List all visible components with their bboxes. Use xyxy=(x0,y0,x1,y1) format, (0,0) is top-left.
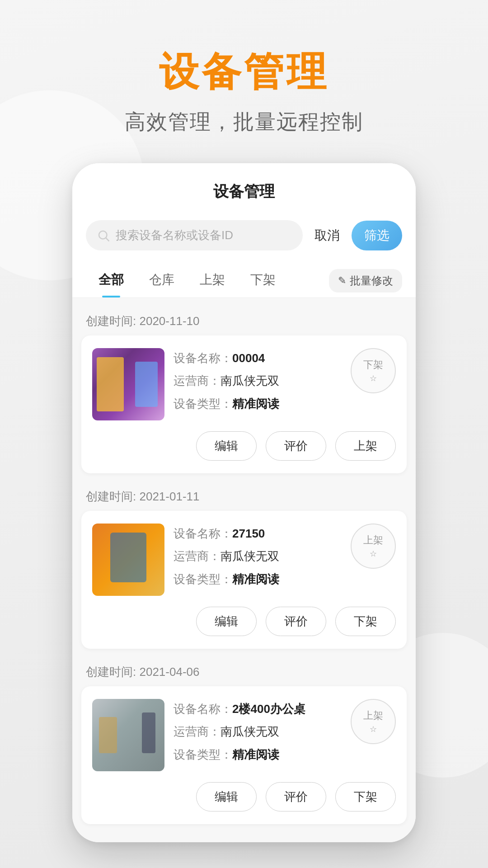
search-input-wrap[interactable]: 搜索设备名称或设备ID xyxy=(86,220,303,250)
status-circle-3[interactable]: 上架 ☆ xyxy=(351,699,396,744)
phone-mockup: 设备管理 搜索设备名称或设备ID 取消 筛选 全部 仓库 上架 xyxy=(72,163,416,842)
edit-btn-1[interactable]: 编辑 xyxy=(196,431,257,461)
device-row-2: 设备名称：27150 运营商：南瓜侠无双 设备类型：精准阅读 上架 ☆ xyxy=(92,524,396,596)
device-name-row-1: 设备名称：00004 xyxy=(174,350,342,366)
device-name-row-2: 设备名称：27150 xyxy=(174,525,342,542)
device-type-row-1: 设备类型：精准阅读 xyxy=(174,396,342,412)
date-group-3: 创建时间: 2021-04-06 设备名称：2楼400办公桌 运营商：南瓜侠无双 xyxy=(81,656,407,824)
tab-listed[interactable]: 上架 xyxy=(187,264,238,297)
search-row: 搜索设备名称或设备ID 取消 筛选 xyxy=(72,213,416,259)
device-image-2 xyxy=(92,524,164,596)
date-label-2: 创建时间: 2021-01-11 xyxy=(81,481,407,511)
status-circle-2[interactable]: 上架 ☆ xyxy=(351,524,396,569)
tab-warehouse[interactable]: 仓库 xyxy=(136,264,187,297)
edit-btn-2[interactable]: 编辑 xyxy=(196,607,257,636)
page-main-title: 设备管理 xyxy=(125,45,363,99)
cancel-button[interactable]: 取消 xyxy=(312,222,343,249)
star-icon-1: ☆ xyxy=(370,373,377,383)
date-label-1: 创建时间: 2020-11-10 xyxy=(81,305,407,335)
device-image-1 xyxy=(92,348,164,420)
action-row-2: 编辑 评价 下架 xyxy=(92,607,396,636)
search-icon xyxy=(97,229,110,242)
edit-btn-3[interactable]: 编辑 xyxy=(196,782,257,811)
review-btn-2[interactable]: 评价 xyxy=(266,607,326,636)
search-placeholder: 搜索设备名称或设备ID xyxy=(116,227,233,243)
tab-bar: 全部 仓库 上架 下架 ✎ 批量修改 xyxy=(72,259,416,298)
status-label-2: 上架 xyxy=(363,533,383,547)
batch-edit-button[interactable]: ✎ 批量修改 xyxy=(329,269,402,292)
phone-screen: 设备管理 搜索设备名称或设备ID 取消 筛选 全部 仓库 上架 xyxy=(72,163,416,842)
tab-all[interactable]: 全部 xyxy=(86,264,136,297)
device-card-2: 设备名称：27150 运营商：南瓜侠无双 设备类型：精准阅读 上架 ☆ xyxy=(81,511,407,649)
svg-point-0 xyxy=(99,231,107,239)
list-btn-1[interactable]: 上架 xyxy=(335,431,396,461)
date-group-1: 创建时间: 2020-11-10 设备名称：00004 运营商：南瓜侠无双 xyxy=(81,305,407,473)
device-name-row-3: 设备名称：2楼400办公桌 xyxy=(174,701,342,717)
device-image-3 xyxy=(92,699,164,771)
device-info-3: 设备名称：2楼400办公桌 运营商：南瓜侠无双 设备类型：精准阅读 xyxy=(174,699,342,769)
device-list: 创建时间: 2020-11-10 设备名称：00004 运营商：南瓜侠无双 xyxy=(72,305,416,824)
tab-delisted[interactable]: 下架 xyxy=(238,264,288,297)
device-type-row-3: 设备类型：精准阅读 xyxy=(174,746,342,763)
header-section: 设备管理 高效管理，批量远程控制 xyxy=(125,45,363,136)
edit-icon: ✎ xyxy=(338,275,346,287)
star-icon-3: ☆ xyxy=(370,724,377,734)
screen-title: 设备管理 xyxy=(213,183,275,200)
device-info-1: 设备名称：00004 运营商：南瓜侠无双 设备类型：精准阅读 xyxy=(174,348,342,418)
device-card-3: 设备名称：2楼400办公桌 运营商：南瓜侠无双 设备类型：精准阅读 上架 ☆ xyxy=(81,686,407,824)
status-label-3: 上架 xyxy=(363,709,383,722)
status-label-1: 下架 xyxy=(363,358,383,372)
action-row-1: 编辑 评价 上架 xyxy=(92,431,396,461)
delist-btn-2[interactable]: 下架 xyxy=(335,607,396,636)
svg-line-1 xyxy=(106,238,109,241)
action-row-3: 编辑 评价 下架 xyxy=(92,782,396,811)
device-info-2: 设备名称：27150 运营商：南瓜侠无双 设备类型：精准阅读 xyxy=(174,524,342,594)
device-card-1: 设备名称：00004 运营商：南瓜侠无双 设备类型：精准阅读 下架 ☆ xyxy=(81,335,407,473)
filter-button[interactable]: 筛选 xyxy=(352,221,402,250)
review-btn-1[interactable]: 评价 xyxy=(266,431,326,461)
page-subtitle: 高效管理，批量远程控制 xyxy=(125,108,363,136)
device-row-3: 设备名称：2楼400办公桌 运营商：南瓜侠无双 设备类型：精准阅读 上架 ☆ xyxy=(92,699,396,771)
device-row-1: 设备名称：00004 运营商：南瓜侠无双 设备类型：精准阅读 下架 ☆ xyxy=(92,348,396,420)
status-circle-1[interactable]: 下架 ☆ xyxy=(351,348,396,393)
star-icon-2: ☆ xyxy=(370,549,377,559)
delist-btn-3[interactable]: 下架 xyxy=(335,782,396,811)
device-operator-row-2: 运营商：南瓜侠无双 xyxy=(174,548,342,564)
review-btn-3[interactable]: 评价 xyxy=(266,782,326,811)
device-type-row-2: 设备类型：精准阅读 xyxy=(174,571,342,587)
phone-topbar: 设备管理 xyxy=(72,163,416,213)
date-label-3: 创建时间: 2021-04-06 xyxy=(81,656,407,686)
device-operator-row-3: 运营商：南瓜侠无双 xyxy=(174,723,342,740)
date-group-2: 创建时间: 2021-01-11 设备名称：27150 运营商：南瓜侠无双 xyxy=(81,481,407,649)
device-operator-row-1: 运营商：南瓜侠无双 xyxy=(174,373,342,389)
